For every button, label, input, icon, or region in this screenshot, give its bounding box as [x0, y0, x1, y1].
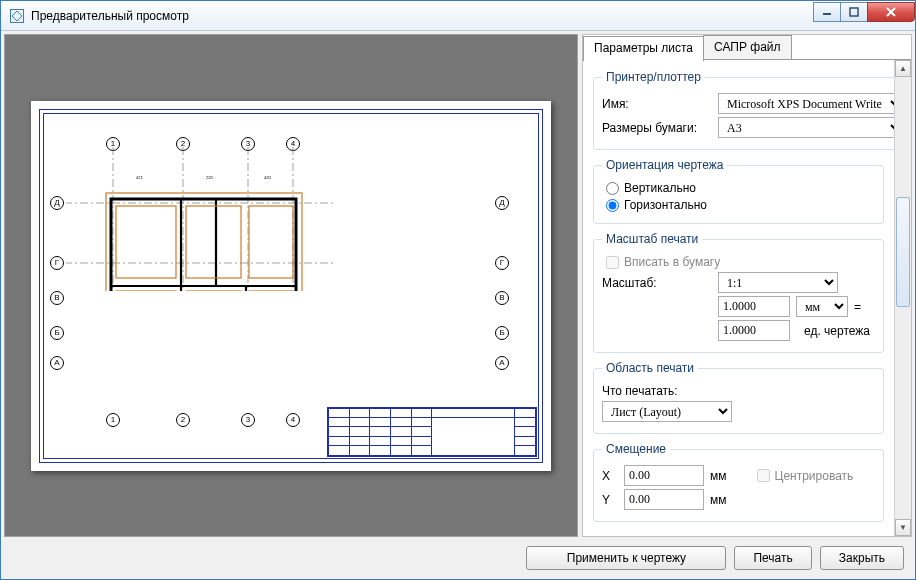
group-plot-area: Область печати Что печатать: Лист (Layou…: [593, 361, 884, 434]
paper-size-label: Размеры бумаги:: [602, 121, 712, 135]
svg-text:420: 420: [264, 175, 271, 180]
scale-bottom-units-label: ед. чертежа: [804, 324, 870, 338]
orientation-portrait-radio[interactable]: [606, 182, 619, 195]
scale-select[interactable]: 1:1: [718, 272, 838, 293]
grid-row: А: [50, 356, 64, 370]
group-offset-legend: Смещение: [602, 442, 670, 456]
scroll-up-button[interactable]: ▲: [895, 60, 911, 77]
grid-col: 1: [106, 413, 120, 427]
center-checkbox[interactable]: [757, 469, 770, 482]
grid-row: А: [495, 356, 509, 370]
dialog-button-bar: Применить к чертежу Печать Закрыть: [4, 540, 912, 576]
tab-sheet-params[interactable]: Параметры листа: [583, 36, 704, 61]
grid-col: 4: [286, 413, 300, 427]
maximize-button[interactable]: [840, 2, 868, 22]
plan-svg: 421220420: [66, 141, 366, 291]
scroll-thumb[interactable]: [896, 197, 910, 307]
preview-pane[interactable]: 1 2 3 4 1 2 3 4 Д Г В Б А: [4, 34, 578, 537]
svg-rect-18: [106, 193, 302, 291]
group-printer: Принтер/плоттер Имя: Microsoft XPS Docum…: [593, 70, 894, 150]
group-printer-legend: Принтер/плоттер: [602, 70, 705, 84]
grid-row: Г: [50, 256, 64, 270]
preview-paper: 1 2 3 4 1 2 3 4 Д Г В Б А: [31, 101, 551, 471]
grid-col: 3: [241, 413, 255, 427]
group-scale-legend: Масштаб печати: [602, 232, 702, 246]
tab-strip: Параметры листа САПР файл: [583, 35, 911, 60]
grid-row: В: [50, 291, 64, 305]
titlebar[interactable]: Предварительный просмотр: [1, 1, 915, 31]
equals-label: =: [854, 300, 861, 314]
orientation-landscape-radio[interactable]: [606, 199, 619, 212]
svg-text:421: 421: [136, 175, 143, 180]
svg-text:220: 220: [206, 175, 213, 180]
grid-row: Б: [495, 326, 509, 340]
printer-name-label: Имя:: [602, 97, 712, 111]
group-offset: Смещение X мм Центрировать: [593, 442, 884, 522]
close-dialog-button[interactable]: Закрыть: [820, 546, 904, 570]
scale-top-value-input[interactable]: [718, 296, 790, 317]
scale-label: Масштаб:: [602, 276, 712, 290]
grid-row: В: [495, 291, 509, 305]
offset-y-label: Y: [602, 493, 618, 507]
scroll-down-button[interactable]: ▼: [895, 519, 911, 536]
print-preview-window: Предварительный просмотр 1 2 3 4: [0, 0, 916, 580]
offset-y-input[interactable]: [624, 489, 704, 510]
paper-size-select[interactable]: A3: [718, 117, 894, 138]
center-label: Центрировать: [775, 469, 854, 483]
svg-rect-21: [249, 206, 293, 278]
settings-panel: Параметры листа САПР файл Принтер/плотте…: [582, 34, 912, 537]
scale-bottom-value-input[interactable]: [718, 320, 790, 341]
orientation-portrait-label: Вертикально: [624, 181, 696, 195]
window-title: Предварительный просмотр: [31, 9, 814, 23]
svg-rect-20: [186, 206, 241, 278]
group-orientation-legend: Ориентация чертежа: [602, 158, 727, 172]
grid-col: 2: [176, 413, 190, 427]
print-button[interactable]: Печать: [734, 546, 811, 570]
title-block: [327, 407, 537, 457]
drawing-plan: 1 2 3 4 1 2 3 4 Д Г В Б А: [66, 141, 491, 411]
svg-rect-12: [111, 199, 296, 291]
apply-to-drawing-button[interactable]: Применить к чертежу: [526, 546, 726, 570]
fit-to-paper-label: Вписать в бумагу: [624, 255, 720, 269]
fit-to-paper-checkbox[interactable]: [606, 256, 619, 269]
window-buttons: [814, 2, 915, 24]
grid-row: Г: [495, 256, 509, 270]
printer-name-select[interactable]: Microsoft XPS Document Write: [718, 93, 894, 114]
grid-row: Б: [50, 326, 64, 340]
grid-row: Д: [495, 196, 509, 210]
group-orientation: Ориентация чертежа Вертикально Горизонта…: [593, 158, 884, 224]
offset-x-input[interactable]: [624, 465, 704, 486]
svg-rect-19: [116, 206, 176, 278]
scale-top-units-select[interactable]: мм: [796, 296, 848, 317]
tab-cad-file[interactable]: САПР файл: [703, 35, 792, 60]
group-plot-area-legend: Область печати: [602, 361, 698, 375]
settings-scroll[interactable]: Принтер/плоттер Имя: Microsoft XPS Docum…: [583, 60, 894, 536]
group-scale: Масштаб печати Вписать в бумагу Масштаб:…: [593, 232, 884, 353]
app-icon: [9, 8, 25, 24]
grid-row: Д: [50, 196, 64, 210]
offset-x-label: X: [602, 469, 618, 483]
orientation-landscape-label: Горизонтально: [624, 198, 707, 212]
close-button[interactable]: [867, 2, 915, 22]
what-to-plot-label: Что печатать:: [602, 384, 678, 398]
svg-rect-1: [823, 13, 831, 15]
svg-rect-2: [850, 8, 858, 16]
what-to-plot-select[interactable]: Лист (Layout): [602, 401, 732, 422]
settings-vscrollbar[interactable]: ▲ ▼: [894, 60, 911, 536]
offset-y-units: мм: [710, 493, 727, 507]
minimize-button[interactable]: [813, 2, 841, 22]
offset-x-units: мм: [710, 469, 727, 483]
